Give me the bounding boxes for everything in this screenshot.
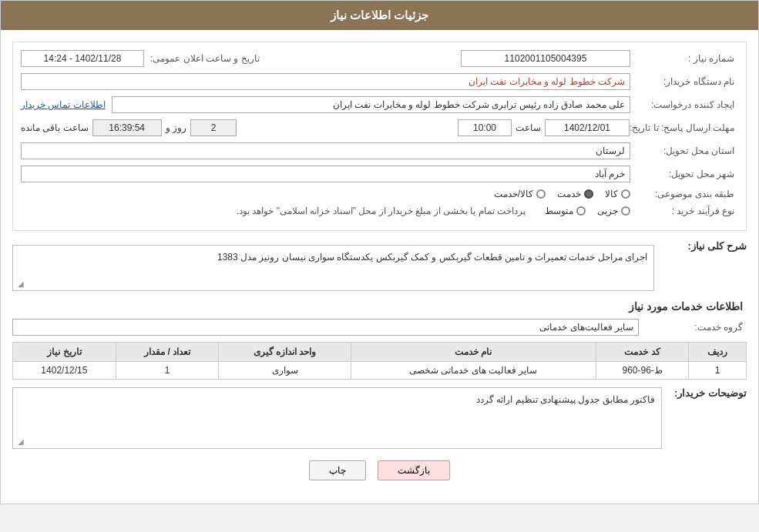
col-row-num: ردیف [689,343,747,362]
table-header-row: ردیف کد خدمت نام خدمت واحد اندازه گیری ت… [13,343,747,362]
deadline-time: 10:00 [458,119,512,136]
buyer-desc-label: توضیحات خریدار: [670,387,747,399]
radio-khedmat-circle [584,189,593,199]
buttons-row: بازگشت چاپ [12,460,747,492]
row-service-group: گروه خدمت: سایر فعالیت‌های خدماتی [12,319,747,336]
need-desc-box: اجرای مراحل خدمات تعمیرات و تامین قطعات … [12,245,654,291]
cell-name: سایر فعالیت های خدماتی شخصی [351,362,596,380]
row-deadline: مهلت ارسال پاسخ: تا تاریخ: 1402/12/01 سا… [21,119,738,136]
row-creator: ایجاد کننده درخواست: علی محمد صادق زاده … [21,96,738,113]
process-option-motavaset: متوسط [545,206,586,216]
resize-icon-2: ◢ [15,437,24,447]
deadline-days: 2 [190,119,237,136]
col-unit: واحد اندازه گیری [219,343,351,362]
radio-kala-circle [621,189,630,199]
deadline-remaining-label: ساعت باقی مانده [21,122,89,133]
process-options: جزیی متوسط پرداخت تمام یا بخشی از مبلغ خ… [237,206,630,216]
deadline-time-label: ساعت [516,122,541,133]
row-category: طبقه بندی موضوعی: کالا خدمت کالا/خدمت [21,189,738,199]
col-name: نام خدمت [351,343,596,362]
buyer-org-value: شرکت خطوط لوله و مخابرات نفت ایران [21,73,630,90]
city-label: شهر محل تحویل: [630,169,738,179]
province-label: استان محل تحویل: [630,146,738,156]
deadline-label: مهلت ارسال پاسخ: تا تاریخ: [630,122,738,133]
buyer-desc-content: فاکتور مطابق جدول پیشنهادی تنظیم ارائه گ… [12,387,662,449]
process-label: نوع فرآیند خرید : [630,206,738,216]
creator-value: علی محمد صادق زاده رئیس ترابری شرکت خطوط… [112,96,630,113]
col-qty: تعداد / مقدار [116,343,219,362]
back-button[interactable]: بازگشت [378,460,450,480]
form-section-top: شماره نیاز : 1102001105004395 تاریخ و سا… [12,42,747,231]
deadline-remaining: 16:39:54 [92,119,162,136]
need-desc-section: شرح کلی نیاز: اجرای مراحل خدمات تعمیرات … [12,240,747,291]
service-group-label: گروه خدمت: [639,322,747,333]
cell-code: ط-96-960 [596,362,688,380]
need-desc-value: اجرای مراحل خدمات تعمیرات و تامین قطعات … [217,252,647,263]
process-note: پرداخت تمام یا بخشی از مبلغ خریدار از مح… [237,206,526,216]
creator-link[interactable]: اطلاعات تماس خریدار [21,99,106,110]
cell-qty: 1 [116,362,219,380]
col-code: کد خدمت [596,343,688,362]
service-group-value: سایر فعالیت‌های خدماتی [12,319,639,336]
deadline-date: 1402/12/01 [545,119,630,136]
cell-unit: سواری [219,362,351,380]
radio-khedmat-label: خدمت [557,189,581,199]
radio-motavaset-circle [576,206,586,216]
creator-label: ایجاد کننده درخواست: [630,99,738,110]
radio-jozi-label: جزیی [597,206,618,216]
page-container: جزئیات اطلاعات نیاز شماره نیاز : 1102001… [0,0,759,504]
need-number-label: شماره نیاز : [630,53,738,64]
process-option-jozi: جزیی [597,206,630,216]
page-title: جزئیات اطلاعات نیاز [331,8,428,22]
buyer-desc-box: فاکتور مطابق جدول پیشنهادی تنظیم ارائه گ… [12,387,662,449]
page-header: جزئیات اطلاعات نیاز [1,1,758,30]
row-buyer-org: نام دستگاه خریدار: شرکت خطوط لوله و مخاب… [21,73,738,90]
cell-date: 1402/12/15 [13,362,116,380]
deadline-days-label: روز و [166,122,186,133]
need-desc-label: شرح کلی نیاز: [662,240,747,252]
cell-row-num: 1 [689,362,747,380]
row-city: شهر محل تحویل: خرم آباد [21,166,738,182]
row-process: نوع فرآیند خرید : جزیی متوسط پرداخت تمام… [21,206,738,216]
radio-motavaset-label: متوسط [545,206,573,216]
category-label: طبقه بندی موضوعی: [630,189,738,199]
category-option-kala: کالا [605,189,630,199]
province-value: لرستان [21,142,630,159]
table-row: 1 ط-96-960 سایر فعالیت های خدماتی شخصی س… [13,362,747,380]
row-province: استان محل تحویل: لرستان [21,142,738,159]
content: شماره نیاز : 1102001105004395 تاریخ و سا… [1,30,758,504]
radio-kala-khedmat-circle [536,189,546,199]
category-option-khedmat: خدمت [557,189,593,199]
col-date: تاریخ نیاز [13,343,116,362]
buyer-org-label: نام دستگاه خریدار: [630,76,738,87]
announcement-value: 1402/11/28 - 14:24 [21,50,144,67]
buyer-desc-section: توضیحات خریدار: فاکتور مطابق جدول پیشنها… [12,387,747,449]
category-option-kala-khedmat: کالا/خدمت [494,189,546,199]
announcement-label: تاریخ و ساعت اعلان عمومی: [150,53,260,64]
need-number-value: 1102001105004395 [461,50,630,67]
buyer-desc-value: فاکتور مطابق جدول پیشنهادی تنظیم ارائه گ… [476,394,655,405]
resize-icon: ◢ [15,279,24,289]
radio-kala-label: کالا [605,189,618,199]
services-section-title: اطلاعات خدمات مورد نیاز [12,300,747,313]
category-radio-group: کالا خدمت کالا/خدمت [494,189,630,199]
radio-jozi-circle [621,206,630,216]
city-value: خرم آباد [21,166,630,182]
print-button[interactable]: چاپ [309,460,366,480]
radio-kala-khedmat-label: کالا/خدمت [494,189,533,199]
row-need-number: شماره نیاز : 1102001105004395 تاریخ و سا… [21,50,738,67]
services-table: ردیف کد خدمت نام خدمت واحد اندازه گیری ت… [12,342,747,380]
